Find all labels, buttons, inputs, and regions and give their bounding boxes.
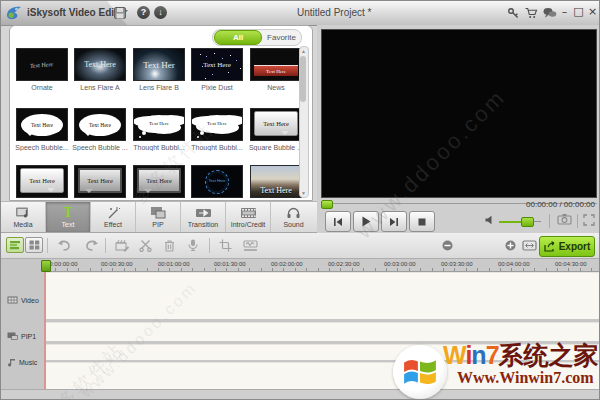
template-caption: Thought Bubbl... xyxy=(188,144,246,151)
edit-clip-icon[interactable] xyxy=(115,239,130,252)
scrollbar-thumb[interactable] xyxy=(300,56,306,102)
help-button[interactable]: ? xyxy=(137,6,150,19)
template-thumbnail-ornate[interactable]: Text Here xyxy=(16,48,68,81)
template-thumbnail-lens-flare-b[interactable]: Text Her xyxy=(133,48,185,81)
filmstrip-icon xyxy=(240,207,257,219)
crop-icon[interactable] xyxy=(219,239,232,252)
tab-effect[interactable]: Effect xyxy=(91,202,136,232)
undo-icon[interactable] xyxy=(57,239,71,251)
template-thumbnail-speech-bubble[interactable]: Text Here xyxy=(74,108,126,141)
music-track-icon xyxy=(7,358,16,367)
preview-panel: 00:00:00 / 00:00:00 xyxy=(317,25,600,233)
thumb-text: Text Here xyxy=(30,61,53,69)
project-title: Untitled Project * xyxy=(297,7,371,18)
tab-transition[interactable]: Transition xyxy=(181,202,226,232)
template-thumbnail-lens-flare-a[interactable]: Text Here xyxy=(74,48,126,81)
template-gallery: All Favorite Text Here Ornate Text Here … xyxy=(9,25,313,201)
template-caption: Lens Flare B xyxy=(130,84,188,91)
template-thumbnail-pixie-dust[interactable]: Text Here xyxy=(191,48,243,81)
export-button[interactable]: Export xyxy=(539,236,595,257)
tab-sound[interactable]: Sound xyxy=(271,202,316,232)
filter-favorite-button[interactable]: Favorite xyxy=(262,33,301,42)
stop-button[interactable] xyxy=(409,211,435,232)
tab-label: Intro/Credit xyxy=(231,221,266,228)
pip-track-icon xyxy=(7,332,18,340)
scroll-up-icon[interactable]: ▲ xyxy=(301,48,306,54)
close-button[interactable]: × xyxy=(586,5,599,18)
scroll-down-icon[interactable]: ▼ xyxy=(301,190,306,196)
template-thumbnail-thought-bubble[interactable]: Text Here xyxy=(191,108,243,141)
save-icon[interactable] xyxy=(114,7,126,19)
tab-label: Media xyxy=(13,221,32,228)
volume-handle[interactable] xyxy=(521,217,534,227)
app-logo-icon xyxy=(5,4,23,21)
template-thumbnail-news[interactable]: Text Here xyxy=(250,48,302,81)
template-thumbnail-square-bubble[interactable]: Text Here xyxy=(250,108,302,141)
zoom-in-icon[interactable] xyxy=(505,240,516,251)
timeline-ruler[interactable]: 00:00:00:00 00:00:30:00 00:01:00:00 00:0… xyxy=(44,259,600,272)
template-thumbnail-rectangle-bubble[interactable]: Text Here xyxy=(133,165,185,198)
feedback-icon[interactable] xyxy=(543,7,557,19)
thumb-text: Text Here xyxy=(31,122,53,128)
template-thumbnail-speech-bubble[interactable]: Text Here xyxy=(16,108,68,141)
video-track[interactable] xyxy=(44,272,600,319)
video-preview[interactable] xyxy=(321,29,597,198)
titlebar: iSkysoft Video Editor ? ↓ Untitled Proje… xyxy=(1,1,600,26)
fullscreen-icon[interactable] xyxy=(583,214,595,226)
ruler-label: 00:04:30:00 xyxy=(555,261,587,267)
fit-timeline-icon[interactable] xyxy=(522,240,537,251)
ruler-ticks xyxy=(44,268,600,271)
snapshot-camera-icon[interactable] xyxy=(557,213,572,225)
track-label-music: Music xyxy=(7,358,37,367)
play-button[interactable] xyxy=(353,211,379,232)
template-caption: Square Bubble ... xyxy=(247,144,305,151)
detach-audio-icon[interactable] xyxy=(243,239,258,252)
playhead-line[interactable] xyxy=(44,272,46,389)
template-thumbnail-thought-bubble[interactable]: Text Here xyxy=(133,108,185,141)
tab-label: Text xyxy=(62,221,75,228)
volume-icon[interactable] xyxy=(485,215,496,225)
template-thumbnail-stamp[interactable]: Text Here xyxy=(191,165,243,198)
ruler-label: 00:03:30:00 xyxy=(441,261,473,267)
zoom-out-icon[interactable] xyxy=(442,240,453,251)
tab-pip[interactable]: PIP xyxy=(136,202,181,232)
playhead-handle[interactable] xyxy=(41,260,51,272)
template-thumbnail-movie-subtitle[interactable]: Text Here xyxy=(250,165,302,198)
headphones-icon xyxy=(286,206,301,219)
update-button[interactable]: ↓ xyxy=(154,6,167,19)
template-thumbnail-rectangle-bubble[interactable]: Text Here xyxy=(74,165,126,198)
maximize-button[interactable]: □ xyxy=(572,5,585,18)
filter-all-button[interactable]: All xyxy=(214,30,262,45)
next-frame-button[interactable] xyxy=(381,211,407,232)
export-icon xyxy=(544,241,556,252)
tab-intro-credit[interactable]: Intro/Credit xyxy=(226,202,271,232)
seek-handle[interactable] xyxy=(321,200,333,209)
minimize-button[interactable]: – xyxy=(558,5,571,18)
divider xyxy=(549,214,550,228)
ruler-label: 00:03:00:00 xyxy=(384,261,416,267)
filter-toggle: All Favorite xyxy=(212,29,302,46)
tab-media[interactable]: Media xyxy=(1,202,46,232)
record-voiceover-mic-icon[interactable] xyxy=(187,239,199,252)
store-cart-icon[interactable] xyxy=(525,7,538,19)
split-scissors-icon[interactable] xyxy=(139,239,152,252)
template-thumbnail-square-bubble[interactable]: Text Here xyxy=(16,165,68,198)
track-label-column: Video PIP1 Music xyxy=(1,272,44,389)
template-caption: News xyxy=(247,84,305,91)
redo-icon[interactable] xyxy=(85,239,99,251)
storyboard-view-button[interactable] xyxy=(25,237,43,253)
thumb-text: Text Here xyxy=(89,122,111,128)
gallery-scrollbar[interactable]: ▲ ▼ xyxy=(299,46,309,198)
timeline-view-button[interactable] xyxy=(6,237,24,253)
delete-trash-icon[interactable] xyxy=(163,239,176,252)
register-key-icon[interactable] xyxy=(507,7,519,19)
ruler-label: 00:00:30:00 xyxy=(101,261,133,267)
app-window: iSkysoft Video Editor ? ↓ Untitled Proje… xyxy=(0,0,600,400)
previous-frame-button[interactable] xyxy=(325,211,351,232)
ruler-label: 00:04:00:00 xyxy=(498,261,530,267)
template-caption: Ornate xyxy=(13,84,71,91)
tab-text[interactable]: T Text xyxy=(46,202,91,232)
thumb-text: Text Here xyxy=(207,121,227,126)
star-dots xyxy=(200,54,201,55)
divider xyxy=(47,238,48,253)
